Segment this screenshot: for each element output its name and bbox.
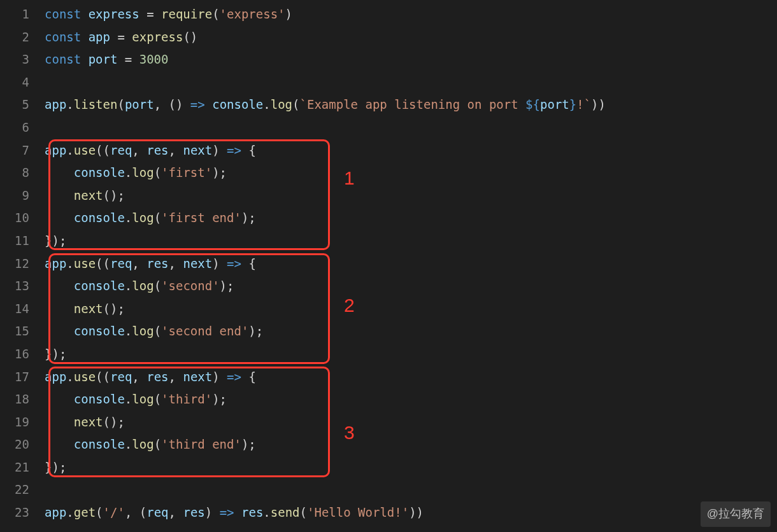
token-punc: (: [96, 505, 103, 519]
token-punc: .: [263, 97, 270, 111]
token-punc: {: [241, 256, 256, 270]
code-line[interactable]: console.log('first end');: [45, 207, 777, 230]
token-fn: log: [132, 279, 153, 293]
code-line[interactable]: app.use((req, res, next) => {: [45, 253, 777, 276]
token-param: res: [146, 256, 168, 270]
code-line[interactable]: [45, 116, 777, 139]
token-punc: [45, 437, 74, 451]
code-line[interactable]: app.listen(port, () => console.log(`Exam…: [45, 94, 777, 116]
token-var: port: [540, 97, 569, 111]
code-line[interactable]: console.log('second end');: [45, 320, 777, 343]
token-punc: .: [125, 392, 132, 406]
code-line[interactable]: console.log('first');: [45, 162, 777, 185]
token-punc: [205, 97, 212, 111]
line-number: 18: [0, 388, 29, 411]
line-number: 10: [0, 207, 29, 230]
code-line[interactable]: });: [45, 230, 777, 253]
code-line[interactable]: app.use((req, res, next) => {: [45, 139, 777, 162]
token-var: console: [74, 279, 125, 293]
token-punc: ((: [96, 256, 110, 270]
token-str: 'third end': [161, 437, 241, 451]
token-str: 'first end': [161, 211, 241, 225]
token-punc: ,: [169, 505, 183, 519]
code-line[interactable]: const express = require('express'): [45, 3, 777, 26]
code-line[interactable]: });: [45, 456, 777, 479]
token-punc: );: [241, 211, 256, 225]
token-fn: use: [74, 370, 96, 384]
token-punc: .: [66, 143, 73, 157]
line-number: 1: [0, 3, 29, 26]
token-punc: ,: [132, 370, 146, 384]
token-punc: .: [66, 505, 73, 519]
token-fn: log: [271, 97, 292, 111]
code-line[interactable]: console.log('third end');: [45, 433, 777, 456]
token-param: next: [183, 370, 212, 384]
line-number: 9: [0, 185, 29, 207]
code-line[interactable]: });: [45, 343, 777, 366]
token-param: res: [146, 370, 168, 384]
token-str: !`: [576, 97, 591, 111]
code-line[interactable]: next();: [45, 298, 777, 321]
token-fn: log: [132, 437, 153, 451]
code-line[interactable]: const app = express(): [45, 26, 777, 49]
token-punc: ): [212, 143, 227, 157]
line-number-gutter: 1234567891011121314151617181920212223: [0, 3, 45, 524]
code-area[interactable]: const express = require('express')const …: [45, 3, 777, 524]
token-punc: [45, 211, 74, 225]
token-var: console: [74, 324, 125, 338]
token-punc: ,: [132, 143, 146, 157]
token-var: port: [125, 97, 154, 111]
token-str: 'Hello World!': [307, 505, 409, 519]
token-punc: (: [154, 211, 161, 225]
token-interp: }: [569, 97, 576, 111]
token-fn: next: [74, 415, 103, 429]
token-punc: );: [241, 437, 256, 451]
code-line[interactable]: app.get('/', (req, res) => res.send('Hel…: [45, 501, 777, 524]
token-punc: .: [125, 279, 132, 293]
token-punc: ,: [169, 256, 183, 270]
token-fn: express: [132, 30, 183, 44]
token-punc: , (: [125, 505, 146, 519]
code-line[interactable]: [45, 479, 777, 501]
token-punc: ,: [132, 256, 146, 270]
line-number: 23: [0, 501, 29, 524]
token-var: app: [89, 30, 110, 44]
line-number: 16: [0, 343, 29, 366]
token-kw: const: [45, 52, 89, 66]
token-punc: });: [45, 460, 66, 474]
token-punc: ,: [169, 143, 183, 157]
token-str: 'second': [161, 279, 220, 293]
code-line[interactable]: console.log('third');: [45, 388, 777, 411]
token-str: 'express': [220, 7, 285, 21]
token-param: res: [146, 143, 168, 157]
code-line[interactable]: next();: [45, 411, 777, 434]
token-var: console: [212, 97, 263, 111]
token-var: app: [45, 505, 66, 519]
token-param: next: [183, 143, 212, 157]
token-arrow: =>: [227, 256, 241, 270]
token-punc: );: [212, 392, 227, 406]
token-var: res: [241, 505, 263, 519]
token-punc: );: [212, 165, 227, 179]
token-str: 'second end': [161, 324, 248, 338]
token-punc: (: [117, 97, 124, 111]
token-punc: ): [212, 370, 227, 384]
code-line[interactable]: next();: [45, 185, 777, 207]
line-number: 2: [0, 26, 29, 49]
line-number: 22: [0, 479, 29, 501]
line-number: 8: [0, 162, 29, 185]
line-number: 13: [0, 275, 29, 298]
token-fn: send: [271, 505, 300, 519]
line-number: 7: [0, 139, 29, 162]
code-line[interactable]: [45, 71, 777, 94]
token-punc: (: [154, 324, 161, 338]
token-punc: [45, 279, 74, 293]
code-line[interactable]: const port = 3000: [45, 48, 777, 71]
token-fn: log: [132, 211, 153, 225]
token-str: '/': [103, 505, 125, 519]
token-punc: );: [248, 324, 263, 338]
code-editor[interactable]: 1234567891011121314151617181920212223 co…: [0, 0, 777, 524]
code-line[interactable]: console.log('second');: [45, 275, 777, 298]
token-str: 'first': [161, 165, 212, 179]
code-line[interactable]: app.use((req, res, next) => {: [45, 366, 777, 389]
